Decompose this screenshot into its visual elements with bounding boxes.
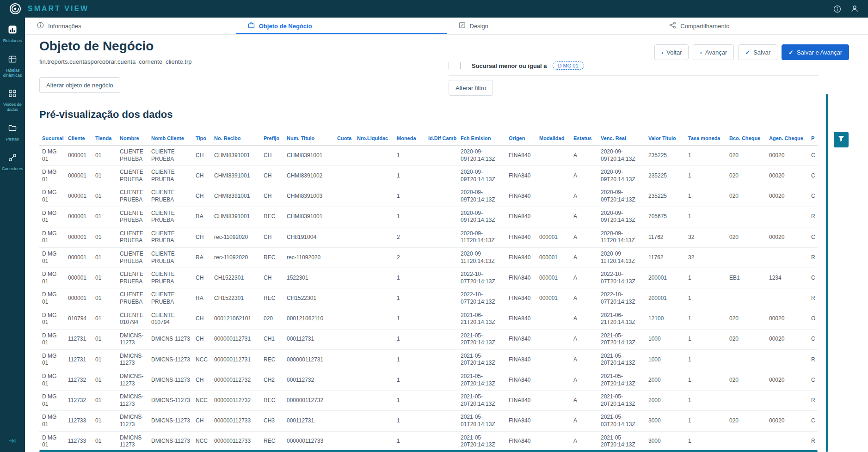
- column-header[interactable]: Modalidad: [536, 131, 571, 146]
- sidebar-item-visoes-de-dados[interactable]: Visões de dados: [0, 89, 25, 112]
- table-cell: 01: [92, 247, 117, 268]
- change-filter-button[interactable]: Alterar filtro: [449, 80, 493, 96]
- vertical-scrollbar[interactable]: [826, 94, 828, 452]
- sidebar-item-label: Visões de dados: [0, 102, 25, 112]
- table-cell: [425, 349, 458, 370]
- column-header[interactable]: Id.Dif Camb: [425, 131, 458, 146]
- column-header[interactable]: Tasa moneda: [685, 131, 726, 146]
- column-header[interactable]: No. Recibo: [211, 131, 261, 146]
- table-row[interactable]: D MG 0100000101CLIENTE PRUEBACLIENTE PRU…: [39, 288, 818, 309]
- table-row[interactable]: D MG 0100000101CLIENTE PRUEBACLIENTE PRU…: [39, 268, 818, 288]
- sidebar-item-tabelas-dinamicas[interactable]: Tabelas dinâmicas: [0, 55, 25, 78]
- table-cell: 2021-05-20T20:14:13Z: [458, 391, 506, 411]
- info-icon[interactable]: [833, 5, 841, 13]
- column-header[interactable]: Tienda: [92, 131, 117, 146]
- column-header[interactable]: Nombre: [117, 131, 148, 146]
- change-business-object-button[interactable]: Alterar objeto de negócio: [39, 77, 120, 93]
- table-cell: DMICNS-11273: [148, 391, 193, 411]
- table-row[interactable]: D MG 0111273301DMICNS-11273DMICNS-11273N…: [39, 431, 818, 452]
- column-header[interactable]: Nomb Cliente: [148, 131, 193, 146]
- table-cell: REC: [261, 349, 284, 370]
- table-cell: 01: [92, 349, 117, 370]
- table-cell: 2021-05-20T20:14:13Z: [598, 431, 646, 452]
- table-row[interactable]: D MG 0100000101CLIENTE PRUEBACLIENTE PRU…: [39, 207, 818, 227]
- forward-button[interactable]: › Avançar: [693, 44, 734, 60]
- app-logo-icon[interactable]: [9, 3, 21, 15]
- tab-objeto-de-negocio[interactable]: Objeto de Negócio: [236, 18, 447, 34]
- sidebar-collapse-button[interactable]: [0, 437, 25, 446]
- connector-icon: [8, 153, 17, 164]
- save-button[interactable]: ✓ Salvar: [738, 44, 777, 60]
- back-button[interactable]: ‹ Voltar: [654, 44, 689, 60]
- table-cell: D MG 01: [39, 146, 65, 166]
- table-cell: CH: [261, 166, 284, 186]
- column-header[interactable]: Origen: [506, 131, 536, 146]
- table-cell: CHMI8391001: [211, 207, 261, 227]
- table-cell: 32: [685, 247, 726, 268]
- column-header[interactable]: Sucursal: [39, 131, 65, 146]
- column-header[interactable]: Cuota: [334, 131, 354, 146]
- tab-informacoes[interactable]: Informações: [25, 18, 236, 34]
- table-cell: 2: [394, 227, 425, 247]
- column-header[interactable]: Nro.Liquidac: [354, 131, 394, 146]
- table-cell: 000121062110: [284, 309, 334, 329]
- column-header[interactable]: Estatus: [571, 131, 598, 146]
- table-row[interactable]: D MG 0100000101CLIENTE PRUEBACLIENTE PRU…: [39, 227, 818, 247]
- table-cell: 1: [394, 207, 425, 227]
- save-and-forward-button[interactable]: ✓ Salvar e Avançar: [782, 44, 849, 60]
- table-cell: D MG 01: [39, 166, 65, 186]
- table-cell: C: [808, 166, 818, 186]
- column-header[interactable]: Tipo: [193, 131, 211, 146]
- table-row[interactable]: D MG 0111273101DMICNS-11273DMICNS-11273N…: [39, 349, 818, 370]
- table-cell: FINA840: [506, 391, 536, 411]
- table-cell: 1: [685, 166, 726, 186]
- table-cell: [766, 431, 808, 452]
- tab-compartilhamento[interactable]: Compartilhamento: [657, 18, 868, 34]
- table-cell: D MG 01: [39, 431, 65, 452]
- column-header[interactable]: Venc. Real: [598, 131, 646, 146]
- table-cell: 2020-09-09T20:14:13Z: [598, 146, 646, 166]
- table-row[interactable]: D MG 0101079401CLIENTE 010794CLIENTE 010…: [39, 309, 818, 329]
- table-row[interactable]: D MG 0100000101CLIENTE PRUEBACLIENTE PRU…: [39, 186, 818, 207]
- table-cell: 020: [726, 227, 766, 247]
- table-cell: 2021-05-20T20:14:13Z: [458, 431, 506, 452]
- sidebar-item-pastas[interactable]: Pastas: [0, 123, 25, 142]
- tab-design[interactable]: Design: [447, 18, 658, 34]
- table-cell: 2021-05-20T20:14:13Z: [458, 349, 506, 370]
- table-cell: 1: [685, 288, 726, 309]
- table-cell: CH1522301: [211, 288, 261, 309]
- table-cell: [726, 207, 766, 227]
- column-header[interactable]: Valor Titulo: [646, 131, 685, 146]
- table-cell: FINA840: [506, 411, 536, 431]
- column-header[interactable]: P: [808, 131, 818, 146]
- column-header[interactable]: Bco. Cheque: [726, 131, 766, 146]
- table-cell: [354, 349, 394, 370]
- column-header[interactable]: Agen. Cheque: [766, 131, 808, 146]
- column-header[interactable]: Cliente: [65, 131, 92, 146]
- table-cell: 705675: [646, 207, 685, 227]
- horizontal-scrollbar[interactable]: [39, 450, 818, 452]
- table-cell: 2020-09-09T20:14:13Z: [458, 166, 506, 186]
- column-header[interactable]: Moneda: [394, 131, 425, 146]
- column-header[interactable]: Prefijo: [261, 131, 284, 146]
- table-row[interactable]: D MG 0111273301DMICNS-11273DMICNS-11273C…: [39, 411, 818, 431]
- column-header[interactable]: Num. Titulo: [284, 131, 334, 146]
- sidebar-item-conectores[interactable]: Conectores: [0, 153, 25, 171]
- table-row[interactable]: D MG 0111273101DMICNS-11273DMICNS-11273C…: [39, 329, 818, 349]
- table-cell: 000001: [65, 146, 92, 166]
- table-cell: [425, 309, 458, 329]
- column-header[interactable]: Fch Emision: [458, 131, 506, 146]
- table-cell: O: [808, 309, 818, 329]
- filter-value-chip[interactable]: D MG 01: [553, 61, 584, 70]
- table-cell: C: [808, 329, 818, 349]
- table-row[interactable]: D MG 0100000101CLIENTE PRUEBACLIENTE PRU…: [39, 166, 818, 186]
- table-row[interactable]: D MG 0111273201DMICNS-11273DMICNS-11273N…: [39, 391, 818, 411]
- table-cell: 1: [685, 349, 726, 370]
- table-cell: 00020: [766, 329, 808, 349]
- table-filter-button[interactable]: [834, 132, 849, 147]
- table-row[interactable]: D MG 0100000101CLIENTE PRUEBACLIENTE PRU…: [39, 247, 818, 268]
- sidebar-item-relatorios[interactable]: Relatórios: [0, 25, 25, 43]
- table-row[interactable]: D MG 0100000101CLIENTE PRUEBACLIENTE PRU…: [39, 146, 818, 166]
- table-row[interactable]: D MG 0111273201DMICNS-11273DMICNS-11273C…: [39, 370, 818, 391]
- user-icon[interactable]: [850, 5, 859, 13]
